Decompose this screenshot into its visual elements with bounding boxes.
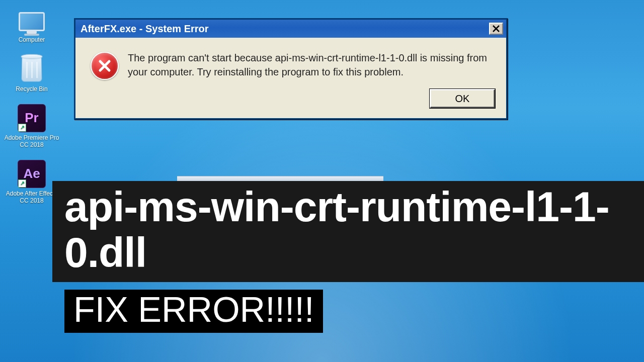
error-dialog: AfterFX.exe - System Error The program c… — [74, 18, 508, 120]
computer-icon — [17, 9, 46, 34]
desktop-icon-recycle-bin[interactable]: Recycle Bin — [4, 54, 59, 93]
taskbar-fragment — [177, 176, 383, 181]
desktop-icons: Computer Recycle Bin Pr ↗ Adobe Premiere… — [4, 9, 59, 215]
error-icon — [91, 52, 119, 80]
after-effects-icon: Ae ↗ — [18, 160, 46, 188]
icon-label: Recycle Bin — [4, 85, 59, 93]
icon-label: Computer — [4, 36, 59, 43]
desktop-icon-after-effects[interactable]: Ae ↗ Adobe After Effects CC 2018 — [4, 160, 59, 205]
shortcut-arrow-icon: ↗ — [18, 124, 26, 132]
icon-label: Adobe After Effects CC 2018 — [4, 190, 59, 205]
close-icon — [492, 25, 500, 33]
recycle-bin-icon — [20, 54, 44, 83]
ok-button[interactable]: OK — [430, 89, 495, 108]
overlay-text-fix: FIX ERROR!!!!! — [64, 290, 323, 333]
desktop-icon-premiere[interactable]: Pr ↗ Adobe Premiere Pro CC 2018 — [4, 104, 59, 149]
premiere-icon: Pr ↗ — [18, 104, 46, 132]
desktop-icon-computer[interactable]: Computer — [4, 9, 59, 43]
overlay-text-dll: api-ms-win-crt-runtime-l1-1-0.dll — [52, 181, 644, 282]
dialog-message: The program can't start because api-ms-w… — [128, 51, 495, 80]
icon-label: Adobe Premiere Pro CC 2018 — [4, 134, 59, 149]
shortcut-arrow-icon: ↗ — [18, 179, 26, 188]
dialog-titlebar[interactable]: AfterFX.exe - System Error — [75, 20, 506, 38]
close-button[interactable] — [489, 23, 503, 35]
dialog-buttons: OK — [75, 84, 506, 118]
dialog-title: AfterFX.exe - System Error — [80, 23, 489, 35]
dialog-content: The program can't start because api-ms-w… — [75, 38, 506, 84]
